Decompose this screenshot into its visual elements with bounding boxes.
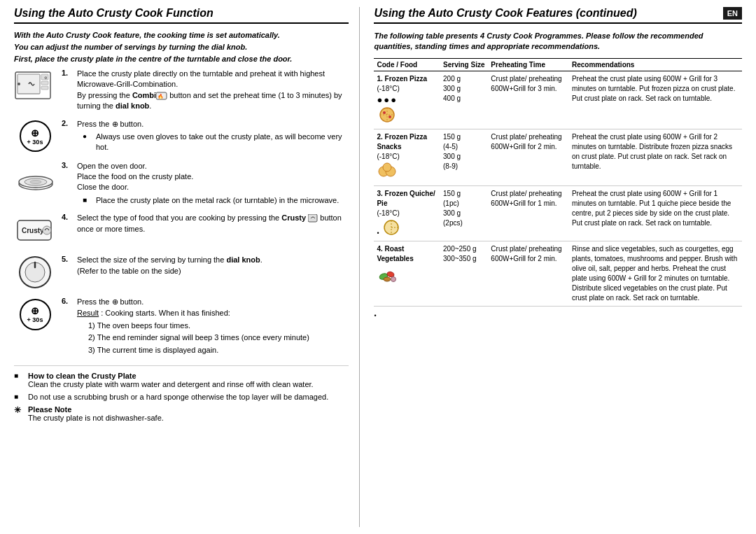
plate-icon [16,163,55,194]
table-header-row: Code / Food Serving Size Preheating Time… [374,58,742,71]
btn30s-icon-6: ⊕ + 30s [20,299,51,330]
quiche-icon [381,218,402,235]
rec-2: Preheat the crust plate using 600W + Gri… [569,129,742,185]
pizza-snacks-icon [377,162,398,180]
sub-step-1: 1) The oven beeps four times. [88,321,349,331]
step-5-image [14,255,56,290]
table-row-2: 2. Frozen Pizza Snacks (-18°C) 150 g(4-5… [374,129,742,185]
svg-point-26 [383,163,391,171]
step-4-num: 4. [62,213,71,221]
preheat-1: Crust plate/ preheating 600W+Grill for 3… [488,71,569,129]
step-3-num: 3. [62,161,71,169]
step-1-num: 1. [62,69,71,77]
step-3-image [14,161,56,196]
table-row-1: 1. Frozen Pizza (-18°C) ●●● 200 g300 g40… [374,71,742,129]
left-title: Using the Auto Crusty Cook Function [14,7,349,24]
vegetables-icon [377,264,399,283]
step-6-text: Press the ⊕ button. Result : Cooking sta… [77,297,349,357]
svg-point-2 [18,83,20,85]
step-2-image: ⊕ + 30s [14,119,56,154]
food-table: Code / Food Serving Size Preheating Time… [374,58,742,307]
note-3-text: Please Note The crusty plate is not dish… [28,405,164,422]
step-2-text: Press the ⊕ button. ● Always use oven gl… [77,119,349,153]
svg-rect-5 [41,81,48,85]
step-1-text: Place the crusty plate directly on the t… [77,69,349,112]
step-2-num: 2. [62,119,71,127]
food-code-2: 2. Frozen Pizza Snacks (-18°C) [374,129,440,185]
note-3-icon: ✳ [14,405,24,415]
step-3-subnote: ■ Place the crusty plate on the metal ra… [83,195,349,206]
svg-text:Crusty: Crusty [22,227,44,234]
step-6-num: 6. [62,297,71,305]
svg-text:🔥: 🔥 [158,93,164,99]
microwave-icon: ⚙ [15,71,55,102]
step-6-substeps: 1) The oven beeps four times. 2) The end… [88,321,349,356]
preheat-2: Crust plate/ preheating 600W+Grill for 2… [488,129,569,185]
svg-point-13 [30,180,41,183]
step-3: 3. Open the oven door. Place the food on… [14,161,349,206]
food-code-3: 3. Frozen Quiche/ Pie (-18°C) • [374,185,440,241]
subnote-text-3: Place the crusty plate on the metal rack… [96,195,339,206]
note-2-text: Do not use a scrubbing brush or a hard s… [28,393,328,401]
step-2: ⊕ + 30s 2. Press the ⊕ button. ● Always … [14,119,349,154]
subnote-text-2: Always use oven gloves to take out the c… [96,132,349,153]
rec-1: Preheat the crust plate using 600W + Gri… [569,71,742,129]
serving-1: 200 g300 g400 g [440,71,488,129]
note-1: ■ How to clean the Crusty Plate Clean th… [14,372,349,388]
note-3: ✳ Please Note The crusty plate is not di… [14,405,349,422]
svg-point-23 [388,115,391,118]
step-5: 5. Select the size of the serving by tur… [14,255,349,290]
note-1-icon: ■ [14,372,24,379]
step-4-image: Crusty [14,213,56,248]
svg-point-31 [391,276,396,281]
step-2-subnote: ● Always use oven gloves to take out the… [83,132,349,153]
step-3-text: Open the oven door. Place the food on th… [77,161,349,206]
sub-step-2: 2) The end reminder signal will beep 3 t… [88,332,349,343]
right-column: EN Using the Auto Crusty Cook Features (… [367,7,742,527]
svg-point-30 [384,277,391,281]
svg-point-22 [383,111,386,114]
pizza-icon [377,106,398,123]
crusty-button-icon: Crusty [15,215,55,246]
notes-section: ■ How to clean the Crusty Plate Clean th… [14,365,349,422]
btn30s-icon-2: ⊕ + 30s [20,120,51,152]
step-6-image: ⊕ + 30s [14,297,56,332]
serving-3: 150 g(1pc)300 g(2pcs) [440,185,488,241]
step-4-text: Select the type of food that you are coo… [77,213,349,234]
col-header-serving: Serving Size [440,58,488,71]
bullet-note: • [374,312,742,319]
left-column: Using the Auto Crusty Cook Function With… [14,7,360,527]
preheat-3: Crust plate/ preheating 600W+Grill for 1… [488,185,569,241]
step-5-num: 5. [62,255,71,263]
page: Using the Auto Crusty Cook Function With… [0,0,756,534]
svg-point-16 [43,226,51,234]
rec-4: Rinse and slice vegetables, such as cour… [569,241,742,306]
note-1-text: How to clean the Crusty Plate Clean the … [28,372,314,388]
step-6: ⊕ + 30s 6. Press the ⊕ button. Result : … [14,297,349,357]
intro3: First, place the crusty plate in the cen… [14,55,349,63]
table-row-4: 4. Roast Vegetables 200~250 g300~350 g C… [374,241,742,306]
col-header-food: Code / Food [374,58,440,71]
svg-rect-17 [308,214,317,222]
food-code-1: 1. Frozen Pizza (-18°C) ●●● [374,71,440,129]
right-title: Using the Auto Crusty Cook Features (con… [374,7,742,24]
subnote-icon-2: ● [83,132,92,141]
serving-2: 150 g(4-5)300 g(8-9) [440,129,488,185]
col-header-preheat: Preheating Time [488,58,569,71]
steps-container: ⚙ 1. Place the crusty plate directly on … [14,69,349,357]
step-1-image: ⚙ [14,69,56,104]
step-5-text: Select the size of the serving by turnin… [77,255,349,276]
rec-3: Preheat the crust plate using 600W + Gri… [569,185,742,241]
sub-step-3: 3) The current time is displayed again. [88,345,349,356]
intro2: You can adjust the number of servings by… [14,43,349,51]
food-code-4: 4. Roast Vegetables [374,241,440,306]
step-4: Crusty 4. Select the type of food that y… [14,213,349,248]
en-badge: EN [723,7,742,20]
note-2: ■ Do not use a scrubbing brush or a hard… [14,393,349,401]
table-row-3: 3. Frozen Quiche/ Pie (-18°C) • 150 g(1p… [374,185,742,241]
serving-4: 200~250 g300~350 g [440,241,488,306]
right-intro: The following table presents 4 Crusty Co… [374,31,742,52]
intro1: With the Auto Crusty Cook feature, the c… [14,31,349,39]
subnote-icon-3: ■ [83,195,92,205]
note-2-icon: ■ [14,393,24,400]
